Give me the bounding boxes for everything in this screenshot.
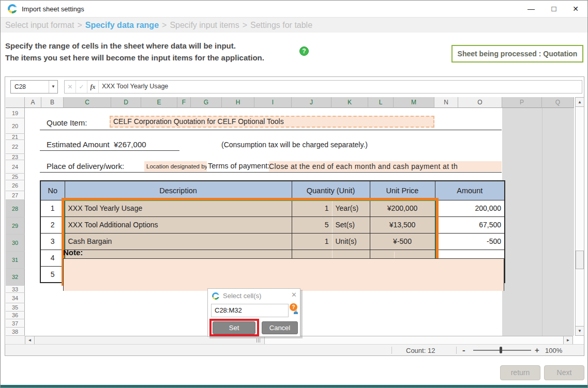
cell-amount-row2[interactable]: 67,500 xyxy=(435,216,505,233)
row-header-28[interactable]: 28 xyxy=(6,200,25,218)
row-header-24[interactable]: 24 xyxy=(6,160,25,174)
close-button[interactable]: ✕ xyxy=(567,2,584,16)
row-header-33[interactable]: 33 xyxy=(6,286,25,293)
column-header-L[interactable]: L xyxy=(368,97,394,108)
cell-amount-row3[interactable]: -500 xyxy=(435,233,505,250)
row-header-35[interactable]: 35 xyxy=(6,303,25,312)
formula-cancel-icon[interactable]: ✕ xyxy=(65,81,76,93)
row-header-37[interactable]: 37 xyxy=(6,319,25,328)
cell-no-row1[interactable]: 1 xyxy=(40,200,65,216)
breadcrumb-separator: > xyxy=(159,21,170,29)
window-bottom-strip xyxy=(1,385,587,387)
breadcrumb-step-1[interactable]: Select input format xyxy=(5,21,74,29)
cell-no-row5[interactable]: 5 xyxy=(40,266,65,283)
payment-label[interactable]: Terms of payment: xyxy=(208,162,269,170)
payment-value-cell[interactable]: Close at the end of each month and cash … xyxy=(269,161,502,172)
zoom-out-button[interactable]: - xyxy=(462,345,465,355)
column-header-I[interactable]: I xyxy=(254,97,292,108)
zoom-slider-track[interactable] xyxy=(473,350,531,351)
row-header-21[interactable]: 21 xyxy=(6,134,25,140)
formula-bar: ✕ ✓ fx XXX Tool Yearly Usage xyxy=(64,80,582,94)
minimize-button[interactable]: — xyxy=(522,2,540,16)
column-header-Q[interactable]: Q xyxy=(542,97,574,108)
cell-no-row4[interactable]: 4 xyxy=(40,250,65,266)
scroll-up-icon[interactable]: ▲ xyxy=(576,98,584,107)
grid-corner-cell[interactable] xyxy=(6,97,25,108)
breadcrumb-step-4[interactable]: Settings for table xyxy=(250,21,312,29)
delivery-label[interactable]: Place of delivery/work: xyxy=(47,162,124,170)
count-indicator: Count: 12 xyxy=(406,347,435,354)
help-icon[interactable]: ? xyxy=(299,46,309,56)
next-button[interactable]: Next xyxy=(544,365,584,380)
quote-item-label[interactable]: Quote Item: xyxy=(47,118,87,127)
header-no: No xyxy=(40,181,65,200)
tax-note[interactable]: (Consumption tax will be charged separat… xyxy=(221,141,368,149)
row-header-32[interactable]: 32 xyxy=(6,269,25,286)
set-button[interactable]: Set xyxy=(213,321,255,334)
return-button[interactable]: return xyxy=(500,365,540,380)
cell-amount-row1[interactable]: 200,000 xyxy=(435,200,505,216)
row-header-36[interactable]: 36 xyxy=(6,312,25,319)
row-header-23[interactable]: 23 xyxy=(6,154,25,160)
vertical-scrollbar[interactable]: ▲ ▼ xyxy=(575,97,584,336)
column-header-B[interactable]: B xyxy=(41,97,64,108)
scroll-down-icon[interactable]: ▼ xyxy=(576,326,584,335)
row-header-25[interactable]: 25 xyxy=(6,174,25,180)
column-header-J[interactable]: J xyxy=(292,97,331,108)
delivery-value-cell[interactable]: Location designated by xyxy=(144,161,207,172)
dialog-close-icon[interactable]: ✕ xyxy=(291,291,297,299)
outside-sheet-area xyxy=(502,108,574,336)
row-header-20[interactable]: 20 xyxy=(6,118,25,134)
column-header-H[interactable]: H xyxy=(222,97,254,108)
row-header-22[interactable]: 22 xyxy=(6,140,25,154)
column-header-C[interactable]: C xyxy=(64,97,111,108)
zoom-in-button[interactable]: + xyxy=(535,346,539,354)
column-header-D[interactable]: D xyxy=(111,97,141,108)
column-header-O[interactable]: O xyxy=(458,97,502,108)
row-header-19[interactable]: 19 xyxy=(6,108,25,118)
breadcrumb-step-3[interactable]: Specify input items xyxy=(170,21,239,29)
row-header-30[interactable]: 30 xyxy=(6,235,25,252)
cell-name-box[interactable]: C28 ▼ xyxy=(10,80,58,94)
cell-no-row2[interactable]: 2 xyxy=(40,216,65,233)
formula-confirm-icon[interactable]: ✓ xyxy=(76,81,87,93)
row-header-29[interactable]: 29 xyxy=(6,218,25,235)
row-header-27[interactable]: 27 xyxy=(6,191,25,200)
estimated-amount-value[interactable]: ¥267,000 xyxy=(114,140,146,149)
breadcrumb: Select input format>Specify data range>S… xyxy=(1,17,587,33)
zoom-slider-handle[interactable] xyxy=(500,347,502,353)
header-amount: Amount xyxy=(435,181,505,200)
quote-item-input-cell[interactable]: CELF Corporation Quotation for CELF Opti… xyxy=(110,116,434,128)
row-header-34[interactable]: 34 xyxy=(6,293,25,303)
table-header-row: No Description Quantity (Unit) Unit Pric… xyxy=(40,181,505,200)
column-header-P[interactable]: P xyxy=(502,97,542,108)
estimated-amount-label[interactable]: Estimated Amount xyxy=(47,140,110,149)
column-header-E[interactable]: E xyxy=(141,97,177,108)
cancel-button[interactable]: Cancel xyxy=(262,321,298,334)
vertical-scroll-thumb[interactable] xyxy=(576,251,584,269)
cell-range-input[interactable]: C28:M32 xyxy=(211,304,289,317)
dialog-title: Select cell(s) xyxy=(223,292,261,300)
column-header-A[interactable]: A xyxy=(25,97,41,108)
chevron-down-icon[interactable]: ▼ xyxy=(49,81,57,93)
column-header-K[interactable]: K xyxy=(331,97,368,108)
scroll-right-icon[interactable]: ► xyxy=(563,336,572,345)
function-icon[interactable]: fx xyxy=(87,81,99,93)
column-header-M[interactable]: M xyxy=(394,97,434,108)
horizontal-scroll-thumb[interactable] xyxy=(35,336,265,345)
column-header-N[interactable]: N xyxy=(434,97,458,108)
note-input-cell[interactable] xyxy=(63,258,504,291)
row-header-26[interactable]: 26 xyxy=(6,180,25,191)
scroll-left-icon[interactable]: ◄ xyxy=(25,336,35,345)
row-header-31[interactable]: 31 xyxy=(6,252,25,269)
column-header-F[interactable]: F xyxy=(177,97,191,108)
window-title: Import sheet settings xyxy=(22,5,84,13)
cell-no-row3[interactable]: 3 xyxy=(40,233,65,250)
row-header-38[interactable]: 38 xyxy=(6,328,25,336)
note-label[interactable]: Note: xyxy=(63,248,83,257)
underline xyxy=(40,172,502,173)
column-header-G[interactable]: G xyxy=(191,97,222,108)
breadcrumb-step-2[interactable]: Specify data range xyxy=(85,21,159,29)
formula-input[interactable]: XXX Tool Yearly Usage xyxy=(102,83,168,90)
maximize-button[interactable]: □ xyxy=(545,2,563,16)
